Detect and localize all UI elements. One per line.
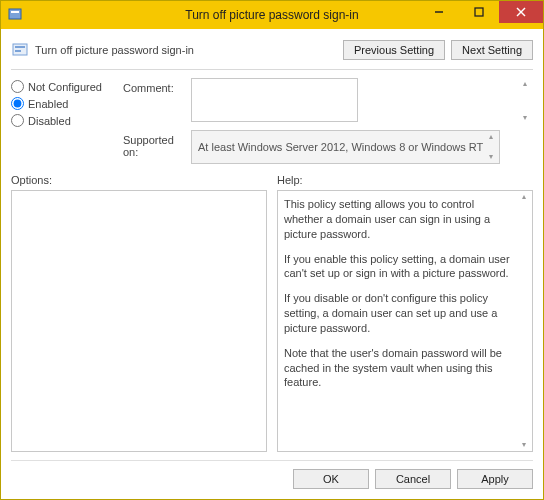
next-setting-button[interactable]: Next Setting (451, 40, 533, 60)
right-config: Comment: ▴ ▾ Supported on: At least Wind… (123, 78, 533, 164)
supported-scroll: ▴ ▾ (485, 133, 497, 161)
svg-rect-0 (9, 9, 21, 19)
help-label: Help: (277, 174, 533, 186)
minimize-button[interactable] (419, 1, 459, 23)
help-paragraph: If you enable this policy setting, a dom… (284, 252, 516, 282)
maximize-button[interactable] (459, 1, 499, 23)
config-row: Not Configured Enabled Disabled Comment: (11, 78, 533, 164)
chevron-up-icon: ▴ (518, 193, 530, 201)
help-paragraph: If you disable or don't configure this p… (284, 291, 516, 336)
comment-row: Comment: ▴ ▾ (123, 78, 533, 124)
radio-disabled-label: Disabled (28, 115, 71, 127)
nav-buttons: Previous Setting Next Setting (343, 40, 533, 60)
close-button[interactable] (499, 1, 543, 23)
radio-disabled[interactable]: Disabled (11, 114, 123, 127)
maximize-icon (474, 7, 484, 17)
apply-button[interactable]: Apply (457, 469, 533, 489)
svg-rect-8 (15, 50, 21, 52)
help-scroll: ▴ ▾ (518, 193, 530, 449)
supported-value: At least Windows Server 2012, Windows 8 … (198, 141, 483, 153)
state-radios: Not Configured Enabled Disabled (11, 78, 123, 164)
chevron-down-icon: ▾ (485, 153, 497, 161)
content-area: Turn off picture password sign-in Previo… (1, 29, 543, 499)
help-paragraph: This policy setting allows you to contro… (284, 197, 516, 242)
header-row: Turn off picture password sign-in Previo… (11, 35, 533, 65)
radio-enabled-input[interactable] (11, 97, 24, 110)
help-paragraph: Note that the user's domain password wil… (284, 346, 516, 391)
comment-scroll: ▴ ▾ (519, 80, 531, 122)
radio-not-configured-input[interactable] (11, 80, 24, 93)
options-box (11, 190, 267, 452)
supported-row: Supported on: At least Windows Server 20… (123, 130, 533, 164)
policy-icon (11, 41, 29, 59)
cancel-button[interactable]: Cancel (375, 469, 451, 489)
comment-textarea[interactable] (191, 78, 358, 122)
divider-1 (11, 69, 533, 70)
footer-buttons: OK Cancel Apply (11, 460, 533, 489)
svg-rect-7 (15, 46, 25, 48)
svg-rect-6 (13, 44, 27, 55)
window-root: Turn off picture password sign-in Turn o… (0, 0, 544, 500)
supported-value-box: At least Windows Server 2012, Windows 8 … (191, 130, 500, 164)
comment-label: Comment: (123, 78, 191, 94)
chevron-down-icon: ▾ (518, 441, 530, 449)
help-box: This policy setting allows you to contro… (277, 190, 533, 452)
radio-disabled-input[interactable] (11, 114, 24, 127)
policy-name: Turn off picture password sign-in (35, 44, 194, 56)
svg-rect-1 (11, 11, 19, 13)
previous-setting-button[interactable]: Previous Setting (343, 40, 445, 60)
radio-not-configured[interactable]: Not Configured (11, 80, 123, 93)
chevron-up-icon: ▴ (519, 80, 531, 88)
radio-not-configured-label: Not Configured (28, 81, 102, 93)
radio-enabled[interactable]: Enabled (11, 97, 123, 110)
app-icon (7, 7, 23, 23)
options-label: Options: (11, 174, 267, 186)
ok-button[interactable]: OK (293, 469, 369, 489)
lower-section: Options: Help: This policy setting allow… (11, 174, 533, 452)
minimize-icon (434, 7, 444, 17)
options-column: Options: (11, 174, 267, 452)
chevron-down-icon: ▾ (519, 114, 531, 122)
window-controls (419, 1, 543, 29)
titlebar: Turn off picture password sign-in (1, 1, 543, 29)
svg-rect-3 (475, 8, 483, 16)
close-icon (516, 7, 526, 17)
radio-enabled-label: Enabled (28, 98, 68, 110)
help-column: Help: This policy setting allows you to … (277, 174, 533, 452)
chevron-up-icon: ▴ (485, 133, 497, 141)
supported-label: Supported on: (123, 130, 191, 158)
